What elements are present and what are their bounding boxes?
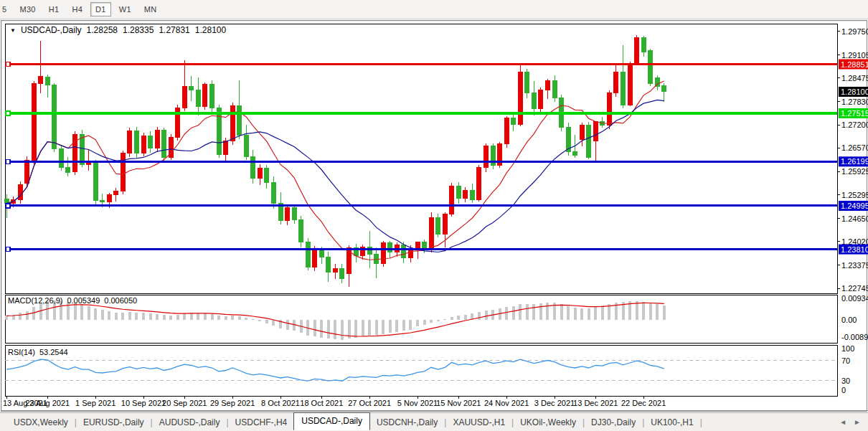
svg-text:1 Sep 2021: 1 Sep 2021 bbox=[75, 399, 115, 407]
svg-text:8 Oct 2021: 8 Oct 2021 bbox=[261, 399, 300, 407]
tab-eurusd-daily[interactable]: EURUSD-,Daily bbox=[77, 415, 151, 430]
symbol-tab-bar: USDX,Weekly| EURUSD-,Daily| AUDUSD-,Dail… bbox=[0, 412, 868, 431]
tab-separator: | bbox=[700, 417, 702, 427]
svg-text:1.23375: 1.23375 bbox=[841, 261, 868, 270]
timeframe-button-d1[interactable]: D1 bbox=[90, 2, 111, 16]
svg-text:0.009345: 0.009345 bbox=[841, 294, 868, 303]
chart-window: ▼ USDCAD-,Daily 1.28258 1.28335 1.27831 … bbox=[1, 20, 867, 412]
tab-scroll-left-icon[interactable]: ◄ bbox=[839, 418, 846, 426]
svg-text:0.00: 0.00 bbox=[841, 316, 857, 324]
rsi-name: RSI(14) bbox=[8, 348, 35, 356]
tab-usdcad-daily[interactable]: USDCAD-,Daily bbox=[293, 412, 370, 430]
timeframe-button-h4[interactable]: H4 bbox=[67, 2, 88, 16]
svg-text:22 Dec 2021: 22 Dec 2021 bbox=[621, 399, 666, 407]
svg-text:1.25295: 1.25295 bbox=[841, 191, 868, 199]
svg-text:10 Sep 2021: 10 Sep 2021 bbox=[121, 399, 166, 407]
timeframe-button-m5[interactable]: 5 bbox=[0, 2, 11, 16]
svg-text:15 Nov 2021: 15 Nov 2021 bbox=[436, 399, 481, 407]
svg-text:29 Sep 2021: 29 Sep 2021 bbox=[210, 399, 255, 407]
tab-ukoil-weekly[interactable]: UKOil-,Weekly bbox=[514, 415, 582, 430]
svg-text:-0.008902: -0.008902 bbox=[841, 333, 868, 341]
svg-text:1.29105: 1.29105 bbox=[841, 51, 868, 60]
timeframe-button-w1[interactable]: W1 bbox=[114, 2, 136, 16]
chart-title: ▼ USDCAD-,Daily 1.28258 1.28335 1.27831 … bbox=[10, 25, 226, 35]
svg-text:70: 70 bbox=[841, 356, 850, 365]
svg-text:1.28851: 1.28851 bbox=[841, 60, 868, 69]
svg-text:1.27830: 1.27830 bbox=[841, 98, 868, 106]
svg-text:1.24650: 1.24650 bbox=[841, 214, 868, 223]
tab-scroll-right-icon[interactable]: ► bbox=[854, 418, 861, 426]
svg-text:18 Oct 2021: 18 Oct 2021 bbox=[300, 399, 343, 407]
ohlc-open: 1.28258 bbox=[87, 25, 118, 35]
tab-dj30-daily[interactable]: DJ30-,Daily bbox=[585, 415, 642, 430]
svg-text:20 Sep 2021: 20 Sep 2021 bbox=[162, 399, 207, 407]
svg-text:1.22745: 1.22745 bbox=[841, 284, 868, 293]
chart-symbol-label: USDCAD-,Daily bbox=[21, 25, 82, 35]
svg-text:1.27200: 1.27200 bbox=[841, 120, 868, 129]
svg-text:1.29750: 1.29750 bbox=[841, 27, 868, 36]
svg-text:1.27515: 1.27515 bbox=[841, 109, 868, 118]
timeframe-button-mn[interactable]: MN bbox=[139, 2, 162, 16]
svg-text:13 Dec 2021: 13 Dec 2021 bbox=[573, 399, 618, 407]
tab-usdcnh-daily[interactable]: USDCNH-,Daily bbox=[370, 415, 444, 430]
macd-name: MACD(12,26,9) bbox=[8, 296, 62, 305]
chevron-down-icon[interactable]: ▼ bbox=[10, 27, 16, 34]
svg-text:27 Oct 2021: 27 Oct 2021 bbox=[348, 399, 391, 407]
tab-usdx-weekly[interactable]: USDX,Weekly bbox=[7, 415, 75, 430]
macd-value-main: 0.005349 bbox=[67, 296, 100, 305]
macd-value-signal: 0.006050 bbox=[104, 296, 137, 305]
svg-text:30: 30 bbox=[841, 376, 850, 385]
svg-text:100: 100 bbox=[841, 344, 854, 353]
svg-text:1.28475: 1.28475 bbox=[841, 74, 868, 82]
svg-text:5 Nov 2021: 5 Nov 2021 bbox=[397, 399, 438, 407]
tab-xauusd-h1[interactable]: XAUUSD-,H1 bbox=[446, 415, 511, 430]
svg-text:24 Nov 2021: 24 Nov 2021 bbox=[484, 399, 529, 407]
ohlc-high: 1.28335 bbox=[123, 25, 154, 35]
tab-audusd-daily[interactable]: AUDUSD-,Daily bbox=[153, 415, 227, 430]
timeframe-toolbar: 5 M30 H1 H4 D1 W1 MN bbox=[0, 0, 868, 19]
price-chart-svg[interactable]: 1.297501.291051.284751.278301.272001.265… bbox=[1, 21, 868, 411]
svg-text:1.26199: 1.26199 bbox=[841, 157, 868, 166]
svg-text:3 Dec 2021: 3 Dec 2021 bbox=[534, 399, 575, 407]
svg-text:1.28100: 1.28100 bbox=[841, 87, 868, 96]
rsi-indicator-label: RSI(14) 53.2544 bbox=[8, 348, 68, 356]
svg-text:1.25925: 1.25925 bbox=[841, 167, 868, 176]
ohlc-low: 1.27831 bbox=[159, 25, 189, 35]
svg-text:0: 0 bbox=[841, 386, 846, 394]
timeframe-button-h1[interactable]: H1 bbox=[44, 2, 65, 16]
svg-text:1.26570: 1.26570 bbox=[841, 143, 868, 152]
ohlc-close: 1.28100 bbox=[195, 25, 226, 35]
tab-scroll-arrows: ◄ ► bbox=[839, 418, 861, 426]
timeframe-button-m30[interactable]: M30 bbox=[14, 2, 40, 16]
tab-usdchf-h4[interactable]: USDCHF-,H4 bbox=[229, 415, 294, 430]
svg-text:1.24995: 1.24995 bbox=[841, 202, 868, 210]
tab-uk100-h1[interactable]: UK100-,H1 bbox=[644, 415, 699, 430]
svg-text:1.23810: 1.23810 bbox=[841, 245, 868, 254]
rsi-value: 53.2544 bbox=[39, 348, 68, 356]
svg-text:23 Aug 2021: 23 Aug 2021 bbox=[25, 399, 70, 407]
macd-indicator-label: MACD(12,26,9) 0.005349 0.006050 bbox=[8, 296, 137, 305]
